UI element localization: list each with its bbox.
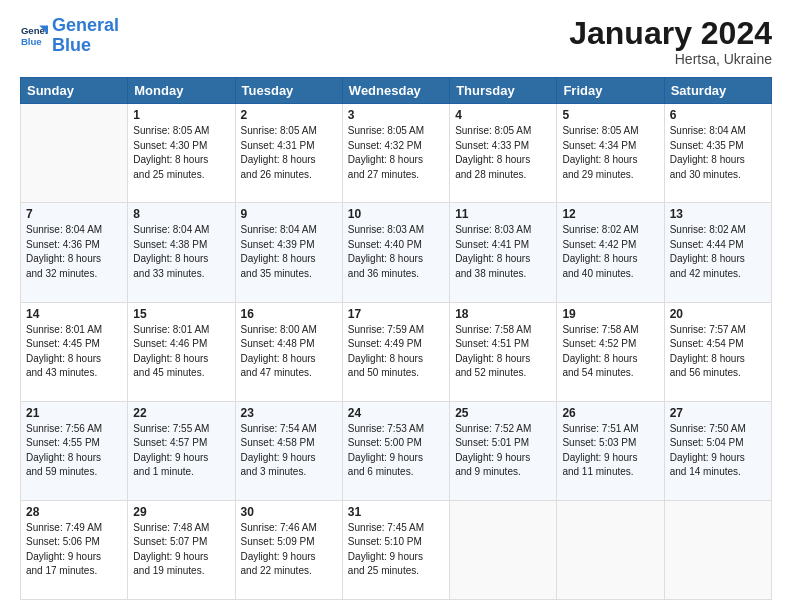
day-number: 5	[562, 108, 658, 122]
table-row: 30Sunrise: 7:46 AM Sunset: 5:09 PM Dayli…	[235, 500, 342, 599]
table-row: 19Sunrise: 7:58 AM Sunset: 4:52 PM Dayli…	[557, 302, 664, 401]
day-number: 19	[562, 307, 658, 321]
day-number: 31	[348, 505, 444, 519]
day-info: Sunrise: 7:52 AM Sunset: 5:01 PM Dayligh…	[455, 422, 551, 480]
day-info: Sunrise: 7:45 AM Sunset: 5:10 PM Dayligh…	[348, 521, 444, 579]
day-info: Sunrise: 7:51 AM Sunset: 5:03 PM Dayligh…	[562, 422, 658, 480]
day-info: Sunrise: 8:03 AM Sunset: 4:41 PM Dayligh…	[455, 223, 551, 281]
day-number: 20	[670, 307, 766, 321]
day-info: Sunrise: 7:54 AM Sunset: 4:58 PM Dayligh…	[241, 422, 337, 480]
day-number: 8	[133, 207, 229, 221]
table-row: 15Sunrise: 8:01 AM Sunset: 4:46 PM Dayli…	[128, 302, 235, 401]
day-info: Sunrise: 8:05 AM Sunset: 4:34 PM Dayligh…	[562, 124, 658, 182]
table-row: 29Sunrise: 7:48 AM Sunset: 5:07 PM Dayli…	[128, 500, 235, 599]
day-number: 30	[241, 505, 337, 519]
table-row: 1Sunrise: 8:05 AM Sunset: 4:30 PM Daylig…	[128, 104, 235, 203]
header-friday: Friday	[557, 78, 664, 104]
table-row: 14Sunrise: 8:01 AM Sunset: 4:45 PM Dayli…	[21, 302, 128, 401]
table-row: 27Sunrise: 7:50 AM Sunset: 5:04 PM Dayli…	[664, 401, 771, 500]
day-number: 15	[133, 307, 229, 321]
day-number: 2	[241, 108, 337, 122]
table-row: 12Sunrise: 8:02 AM Sunset: 4:42 PM Dayli…	[557, 203, 664, 302]
day-info: Sunrise: 7:53 AM Sunset: 5:00 PM Dayligh…	[348, 422, 444, 480]
day-number: 18	[455, 307, 551, 321]
day-number: 23	[241, 406, 337, 420]
header-tuesday: Tuesday	[235, 78, 342, 104]
day-info: Sunrise: 8:04 AM Sunset: 4:39 PM Dayligh…	[241, 223, 337, 281]
day-info: Sunrise: 8:04 AM Sunset: 4:38 PM Dayligh…	[133, 223, 229, 281]
logo-icon: General Blue	[20, 22, 48, 50]
day-info: Sunrise: 7:55 AM Sunset: 4:57 PM Dayligh…	[133, 422, 229, 480]
table-row: 18Sunrise: 7:58 AM Sunset: 4:51 PM Dayli…	[450, 302, 557, 401]
table-row: 13Sunrise: 8:02 AM Sunset: 4:44 PM Dayli…	[664, 203, 771, 302]
table-row: 9Sunrise: 8:04 AM Sunset: 4:39 PM Daylig…	[235, 203, 342, 302]
day-number: 13	[670, 207, 766, 221]
table-row: 2Sunrise: 8:05 AM Sunset: 4:31 PM Daylig…	[235, 104, 342, 203]
header-wednesday: Wednesday	[342, 78, 449, 104]
day-number: 6	[670, 108, 766, 122]
calendar-week-row: 21Sunrise: 7:56 AM Sunset: 4:55 PM Dayli…	[21, 401, 772, 500]
day-number: 11	[455, 207, 551, 221]
day-info: Sunrise: 7:48 AM Sunset: 5:07 PM Dayligh…	[133, 521, 229, 579]
weekday-header-row: Sunday Monday Tuesday Wednesday Thursday…	[21, 78, 772, 104]
table-row	[450, 500, 557, 599]
page: General Blue General Blue January 2024 H…	[0, 0, 792, 612]
table-row: 10Sunrise: 8:03 AM Sunset: 4:40 PM Dayli…	[342, 203, 449, 302]
day-info: Sunrise: 8:01 AM Sunset: 4:45 PM Dayligh…	[26, 323, 122, 381]
day-number: 28	[26, 505, 122, 519]
day-number: 21	[26, 406, 122, 420]
day-info: Sunrise: 7:59 AM Sunset: 4:49 PM Dayligh…	[348, 323, 444, 381]
table-row: 20Sunrise: 7:57 AM Sunset: 4:54 PM Dayli…	[664, 302, 771, 401]
day-info: Sunrise: 8:01 AM Sunset: 4:46 PM Dayligh…	[133, 323, 229, 381]
table-row	[557, 500, 664, 599]
day-number: 3	[348, 108, 444, 122]
day-info: Sunrise: 7:46 AM Sunset: 5:09 PM Dayligh…	[241, 521, 337, 579]
day-number: 17	[348, 307, 444, 321]
day-number: 7	[26, 207, 122, 221]
day-number: 29	[133, 505, 229, 519]
table-row: 23Sunrise: 7:54 AM Sunset: 4:58 PM Dayli…	[235, 401, 342, 500]
day-info: Sunrise: 8:00 AM Sunset: 4:48 PM Dayligh…	[241, 323, 337, 381]
title-block: January 2024 Hertsa, Ukraine	[569, 16, 772, 67]
day-info: Sunrise: 7:49 AM Sunset: 5:06 PM Dayligh…	[26, 521, 122, 579]
logo-blue: Blue	[52, 35, 91, 55]
table-row: 26Sunrise: 7:51 AM Sunset: 5:03 PM Dayli…	[557, 401, 664, 500]
month-year: January 2024	[569, 16, 772, 51]
table-row: 22Sunrise: 7:55 AM Sunset: 4:57 PM Dayli…	[128, 401, 235, 500]
calendar-week-row: 14Sunrise: 8:01 AM Sunset: 4:45 PM Dayli…	[21, 302, 772, 401]
calendar-week-row: 7Sunrise: 8:04 AM Sunset: 4:36 PM Daylig…	[21, 203, 772, 302]
table-row: 31Sunrise: 7:45 AM Sunset: 5:10 PM Dayli…	[342, 500, 449, 599]
table-row: 17Sunrise: 7:59 AM Sunset: 4:49 PM Dayli…	[342, 302, 449, 401]
table-row: 4Sunrise: 8:05 AM Sunset: 4:33 PM Daylig…	[450, 104, 557, 203]
day-number: 22	[133, 406, 229, 420]
calendar-week-row: 1Sunrise: 8:05 AM Sunset: 4:30 PM Daylig…	[21, 104, 772, 203]
day-number: 4	[455, 108, 551, 122]
day-number: 12	[562, 207, 658, 221]
table-row: 24Sunrise: 7:53 AM Sunset: 5:00 PM Dayli…	[342, 401, 449, 500]
day-number: 16	[241, 307, 337, 321]
svg-text:Blue: Blue	[21, 36, 42, 47]
day-info: Sunrise: 8:04 AM Sunset: 4:35 PM Dayligh…	[670, 124, 766, 182]
header-monday: Monday	[128, 78, 235, 104]
table-row: 11Sunrise: 8:03 AM Sunset: 4:41 PM Dayli…	[450, 203, 557, 302]
table-row	[664, 500, 771, 599]
day-info: Sunrise: 8:03 AM Sunset: 4:40 PM Dayligh…	[348, 223, 444, 281]
table-row: 3Sunrise: 8:05 AM Sunset: 4:32 PM Daylig…	[342, 104, 449, 203]
day-info: Sunrise: 8:02 AM Sunset: 4:42 PM Dayligh…	[562, 223, 658, 281]
table-row: 21Sunrise: 7:56 AM Sunset: 4:55 PM Dayli…	[21, 401, 128, 500]
table-row: 16Sunrise: 8:00 AM Sunset: 4:48 PM Dayli…	[235, 302, 342, 401]
day-info: Sunrise: 7:50 AM Sunset: 5:04 PM Dayligh…	[670, 422, 766, 480]
table-row: 8Sunrise: 8:04 AM Sunset: 4:38 PM Daylig…	[128, 203, 235, 302]
header-sunday: Sunday	[21, 78, 128, 104]
day-number: 26	[562, 406, 658, 420]
day-number: 25	[455, 406, 551, 420]
calendar-table: Sunday Monday Tuesday Wednesday Thursday…	[20, 77, 772, 600]
day-number: 24	[348, 406, 444, 420]
table-row: 28Sunrise: 7:49 AM Sunset: 5:06 PM Dayli…	[21, 500, 128, 599]
table-row: 7Sunrise: 8:04 AM Sunset: 4:36 PM Daylig…	[21, 203, 128, 302]
table-row	[21, 104, 128, 203]
header-thursday: Thursday	[450, 78, 557, 104]
header-saturday: Saturday	[664, 78, 771, 104]
table-row: 25Sunrise: 7:52 AM Sunset: 5:01 PM Dayli…	[450, 401, 557, 500]
logo-general: General	[52, 15, 119, 35]
